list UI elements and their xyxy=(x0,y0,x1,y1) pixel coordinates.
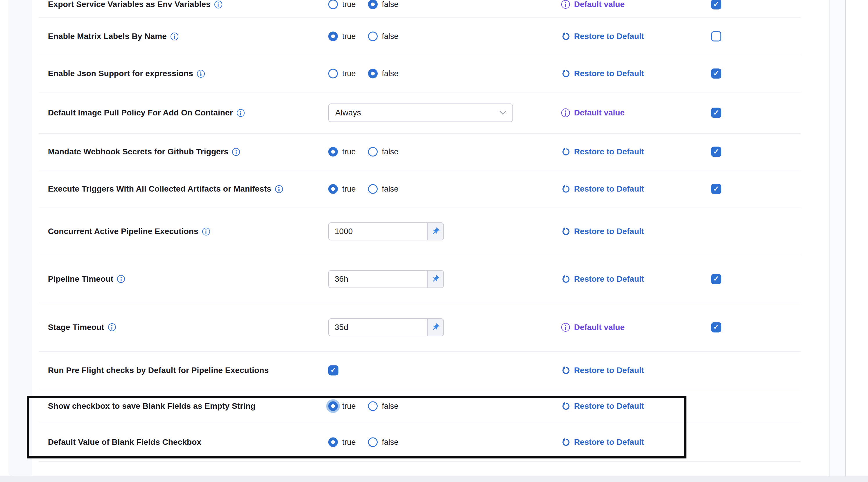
pin-button[interactable] xyxy=(428,222,444,240)
radio-false[interactable] xyxy=(368,437,378,447)
chevron-down-icon xyxy=(499,111,507,115)
radio-label-true: true xyxy=(342,147,356,157)
restore-to-default-button[interactable]: Restore to Default xyxy=(561,401,644,411)
allow-override-checkbox[interactable] xyxy=(711,274,721,284)
restore-icon xyxy=(561,402,570,410)
radio-false[interactable] xyxy=(368,32,378,41)
allow-override-checkbox[interactable] xyxy=(711,322,721,332)
radio-true-selected[interactable] xyxy=(328,437,338,447)
pin-button[interactable] xyxy=(428,318,444,336)
allow-override-checkbox[interactable] xyxy=(711,147,721,157)
restore-to-default-button[interactable]: Restore to Default xyxy=(561,32,644,41)
allow-override-checkbox[interactable] xyxy=(711,108,721,118)
allow-override-checkbox[interactable] xyxy=(711,68,721,79)
setting-label-text: Run Pre Flight checks by Default for Pip… xyxy=(48,366,269,375)
info-icon[interactable] xyxy=(202,228,210,235)
setting-input-group: 35d xyxy=(328,318,444,336)
info-icon[interactable] xyxy=(108,323,116,331)
radio-option-false[interactable]: false xyxy=(368,69,399,79)
radio-false-selected[interactable] xyxy=(368,69,378,79)
radio-label-false: false xyxy=(382,185,399,194)
setting-label: Default Image Pull Policy For Add On Con… xyxy=(48,108,245,117)
select-value: Always xyxy=(335,108,361,117)
radio-option-true[interactable]: true xyxy=(328,32,356,41)
radio-option-false[interactable]: false xyxy=(368,437,399,447)
restore-to-default-button[interactable]: Restore to Default xyxy=(561,227,644,236)
radio-false[interactable] xyxy=(368,184,378,194)
restore-to-default-label: Restore to Default xyxy=(574,366,644,375)
radio-true-selected[interactable] xyxy=(328,147,338,157)
radio-option-true[interactable]: true xyxy=(328,401,356,411)
restore-to-default-button[interactable]: Restore to Default xyxy=(561,437,644,447)
radio-true-selected[interactable] xyxy=(328,184,338,194)
radio-option-true[interactable]: true xyxy=(328,69,356,79)
radio-true[interactable] xyxy=(328,69,338,79)
radio-false[interactable] xyxy=(368,401,378,411)
true-false-radio-group: truefalse xyxy=(328,147,399,157)
allow-override-checkbox[interactable] xyxy=(711,31,721,41)
setting-label-text: Pipeline Timeout xyxy=(48,275,113,284)
default-value-indicator[interactable]: Default value xyxy=(561,0,625,9)
radio-true[interactable] xyxy=(328,0,338,9)
setting-checkbox[interactable] xyxy=(328,365,338,375)
setting-label-text: Show checkbox to save Blank Fields as Em… xyxy=(48,401,256,411)
radio-true-selected[interactable] xyxy=(328,32,338,41)
true-false-radio-group: truefalse xyxy=(328,184,399,194)
setting-control: truefalse xyxy=(328,147,399,157)
default-value-indicator[interactable]: Default value xyxy=(561,108,625,117)
true-false-radio-group: truefalse xyxy=(328,0,399,9)
info-icon[interactable] xyxy=(275,185,283,193)
info-icon[interactable] xyxy=(214,1,222,8)
setting-value-input[interactable]: 35d xyxy=(328,318,428,336)
setting-label: Enable Json Support for expressions xyxy=(48,69,205,78)
restore-to-default-button[interactable]: Restore to Default xyxy=(561,366,644,375)
setting-input-group: 1000 xyxy=(328,222,444,240)
radio-label-true: true xyxy=(342,401,356,410)
allow-override-checkbox[interactable] xyxy=(711,0,721,9)
restore-to-default-button[interactable]: Restore to Default xyxy=(561,69,644,78)
radio-option-false[interactable]: false xyxy=(368,147,399,157)
setting-value-input[interactable]: 1000 xyxy=(328,222,428,240)
info-icon[interactable] xyxy=(197,70,205,78)
setting-row-stage-timeout: Stage Timeout35dDefault value xyxy=(39,303,801,352)
settings-rows: Export Service Variables as Env Variable… xyxy=(39,0,801,462)
restore-to-default-button[interactable]: Restore to Default xyxy=(561,147,644,157)
radio-false[interactable] xyxy=(368,147,378,157)
setting-control: 35d xyxy=(328,318,444,336)
radio-label-false: false xyxy=(382,401,399,410)
default-value-indicator[interactable]: Default value xyxy=(561,323,625,332)
info-icon[interactable] xyxy=(232,148,240,156)
radio-false-selected[interactable] xyxy=(368,0,378,9)
true-false-radio-group: truefalse xyxy=(328,401,399,411)
setting-control: truefalse xyxy=(328,32,399,41)
setting-label: Export Service Variables as Env Variable… xyxy=(48,0,222,9)
image-pull-policy-select[interactable]: Always xyxy=(328,104,513,122)
restore-icon xyxy=(561,147,570,156)
pin-button[interactable] xyxy=(428,270,444,288)
radio-option-true[interactable]: true xyxy=(328,437,356,447)
setting-control xyxy=(328,365,338,375)
restore-to-default-label: Restore to Default xyxy=(574,147,644,157)
info-icon[interactable] xyxy=(117,275,125,283)
info-icon[interactable] xyxy=(170,33,178,40)
setting-label-text: Execute Triggers With All Collected Arti… xyxy=(48,184,271,194)
setting-control: truefalse xyxy=(328,184,399,194)
info-icon xyxy=(561,108,570,117)
info-icon[interactable] xyxy=(237,109,245,117)
scrollbar-track[interactable] xyxy=(829,0,846,476)
restore-to-default-button[interactable]: Restore to Default xyxy=(561,184,644,194)
radio-option-true[interactable]: true xyxy=(328,147,356,157)
radio-label-false: false xyxy=(382,32,399,41)
radio-option-false[interactable]: false xyxy=(368,32,399,41)
radio-option-true[interactable]: true xyxy=(328,0,356,9)
setting-value-input[interactable]: 36h xyxy=(328,270,428,288)
setting-row-enable-json-support-for-expressions: Enable Json Support for expressionstruef… xyxy=(39,55,801,92)
radio-option-true[interactable]: true xyxy=(328,184,356,194)
allow-override-checkbox[interactable] xyxy=(711,184,721,194)
radio-option-false[interactable]: false xyxy=(368,401,399,411)
radio-option-false[interactable]: false xyxy=(368,184,399,194)
radio-label-true: true xyxy=(342,69,356,78)
restore-to-default-button[interactable]: Restore to Default xyxy=(561,275,644,284)
radio-option-false[interactable]: false xyxy=(368,0,399,9)
radio-true-selected[interactable] xyxy=(328,401,338,411)
